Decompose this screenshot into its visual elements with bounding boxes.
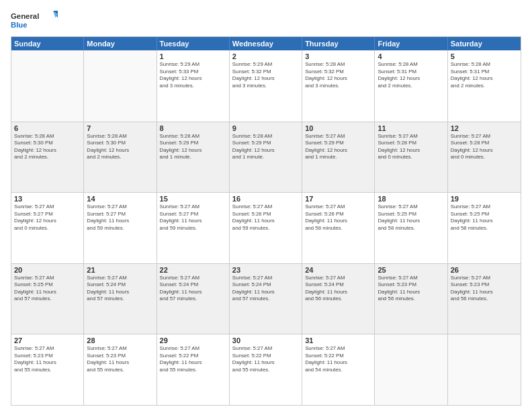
calendar-cell-3-3: 23Sunrise: 5:27 AM Sunset: 5:24 PM Dayli… xyxy=(230,264,302,334)
calendar-cell-0-0 xyxy=(11,50,84,122)
day-number: 11 xyxy=(378,124,444,132)
calendar-header: SundayMondayTuesdayWednesdayThursdayFrid… xyxy=(11,37,521,50)
calendar-body: 1Sunrise: 5:29 AM Sunset: 5:33 PM Daylig… xyxy=(11,50,521,405)
header-day-tuesday: Tuesday xyxy=(157,37,230,50)
day-number: 1 xyxy=(160,52,226,60)
calendar-cell-1-3: 9Sunrise: 5:28 AM Sunset: 5:29 PM Daylig… xyxy=(230,122,302,193)
header-day-thursday: Thursday xyxy=(302,37,375,50)
header-day-friday: Friday xyxy=(375,37,447,50)
calendar-row-0: 1Sunrise: 5:29 AM Sunset: 5:33 PM Daylig… xyxy=(11,50,521,122)
day-number: 8 xyxy=(160,124,226,132)
day-number: 13 xyxy=(14,195,81,203)
header: General Blue xyxy=(11,8,521,32)
day-info: Sunrise: 5:27 AM Sunset: 5:22 PM Dayligh… xyxy=(305,345,371,373)
day-number: 27 xyxy=(14,336,81,345)
day-number: 28 xyxy=(87,336,153,345)
day-number: 22 xyxy=(160,266,226,274)
day-info: Sunrise: 5:27 AM Sunset: 5:23 PM Dayligh… xyxy=(87,345,153,373)
calendar-cell-3-0: 20Sunrise: 5:27 AM Sunset: 5:25 PM Dayli… xyxy=(11,264,84,334)
calendar-cell-4-3: 30Sunrise: 5:27 AM Sunset: 5:22 PM Dayli… xyxy=(230,334,302,405)
day-number: 15 xyxy=(160,195,226,203)
calendar-cell-0-2: 1Sunrise: 5:29 AM Sunset: 5:33 PM Daylig… xyxy=(157,50,230,122)
day-info: Sunrise: 5:27 AM Sunset: 5:25 PM Dayligh… xyxy=(378,203,444,232)
calendar-cell-4-6 xyxy=(448,334,521,405)
day-number: 12 xyxy=(451,124,518,132)
header-day-monday: Monday xyxy=(84,37,157,50)
day-info: Sunrise: 5:27 AM Sunset: 5:24 PM Dayligh… xyxy=(160,275,226,303)
day-info: Sunrise: 5:27 AM Sunset: 5:28 PM Dayligh… xyxy=(378,133,444,161)
day-number: 14 xyxy=(87,195,153,203)
calendar-cell-0-3: 2Sunrise: 5:29 AM Sunset: 5:32 PM Daylig… xyxy=(230,50,302,122)
calendar-cell-2-0: 13Sunrise: 5:27 AM Sunset: 5:27 PM Dayli… xyxy=(11,193,84,263)
calendar-cell-2-2: 15Sunrise: 5:27 AM Sunset: 5:27 PM Dayli… xyxy=(157,193,230,263)
day-info: Sunrise: 5:27 AM Sunset: 5:24 PM Dayligh… xyxy=(232,275,299,303)
day-number: 4 xyxy=(378,52,444,60)
calendar-cell-3-5: 25Sunrise: 5:27 AM Sunset: 5:23 PM Dayli… xyxy=(375,264,447,334)
day-info: Sunrise: 5:27 AM Sunset: 5:29 PM Dayligh… xyxy=(305,133,371,161)
day-info: Sunrise: 5:28 AM Sunset: 5:31 PM Dayligh… xyxy=(378,61,444,89)
day-info: Sunrise: 5:27 AM Sunset: 5:28 PM Dayligh… xyxy=(451,133,518,161)
calendar-cell-1-4: 10Sunrise: 5:27 AM Sunset: 5:29 PM Dayli… xyxy=(302,122,375,193)
day-info: Sunrise: 5:29 AM Sunset: 5:32 PM Dayligh… xyxy=(232,61,299,89)
day-number: 31 xyxy=(305,336,371,345)
day-number: 16 xyxy=(232,195,299,203)
day-number: 10 xyxy=(305,124,371,132)
calendar-cell-4-2: 29Sunrise: 5:27 AM Sunset: 5:22 PM Dayli… xyxy=(157,334,230,405)
calendar-cell-2-3: 16Sunrise: 5:27 AM Sunset: 5:26 PM Dayli… xyxy=(230,193,302,263)
day-info: Sunrise: 5:27 AM Sunset: 5:26 PM Dayligh… xyxy=(305,203,371,232)
calendar-cell-4-1: 28Sunrise: 5:27 AM Sunset: 5:23 PM Dayli… xyxy=(84,334,157,405)
day-info: Sunrise: 5:27 AM Sunset: 5:27 PM Dayligh… xyxy=(14,203,81,232)
calendar-cell-0-1 xyxy=(84,50,157,122)
logo-svg: General Blue xyxy=(11,8,58,32)
day-info: Sunrise: 5:27 AM Sunset: 5:25 PM Dayligh… xyxy=(14,275,81,303)
calendar-row-4: 27Sunrise: 5:27 AM Sunset: 5:23 PM Dayli… xyxy=(11,334,521,405)
header-day-sunday: Sunday xyxy=(11,37,84,50)
day-info: Sunrise: 5:27 AM Sunset: 5:27 PM Dayligh… xyxy=(87,203,153,232)
day-number: 17 xyxy=(305,195,371,203)
day-number: 20 xyxy=(14,266,81,274)
day-number: 18 xyxy=(378,195,444,203)
day-number: 25 xyxy=(378,266,444,274)
logo: General Blue xyxy=(11,8,58,32)
calendar-cell-1-2: 8Sunrise: 5:28 AM Sunset: 5:29 PM Daylig… xyxy=(157,122,230,193)
day-number: 26 xyxy=(451,266,518,274)
calendar-cell-0-6: 5Sunrise: 5:28 AM Sunset: 5:31 PM Daylig… xyxy=(448,50,521,122)
day-info: Sunrise: 5:28 AM Sunset: 5:30 PM Dayligh… xyxy=(87,133,153,161)
header-day-saturday: Saturday xyxy=(448,37,521,50)
svg-text:Blue: Blue xyxy=(11,21,28,29)
day-number: 29 xyxy=(160,336,226,345)
day-number: 24 xyxy=(305,266,371,274)
svg-text:General: General xyxy=(11,12,39,20)
calendar-cell-3-1: 21Sunrise: 5:27 AM Sunset: 5:24 PM Dayli… xyxy=(84,264,157,334)
day-info: Sunrise: 5:29 AM Sunset: 5:33 PM Dayligh… xyxy=(160,61,226,89)
calendar-cell-0-5: 4Sunrise: 5:28 AM Sunset: 5:31 PM Daylig… xyxy=(375,50,447,122)
calendar-cell-1-6: 12Sunrise: 5:27 AM Sunset: 5:28 PM Dayli… xyxy=(448,122,521,193)
calendar-cell-1-5: 11Sunrise: 5:27 AM Sunset: 5:28 PM Dayli… xyxy=(375,122,447,193)
day-number: 5 xyxy=(451,52,518,60)
day-number: 2 xyxy=(232,52,299,60)
day-number: 19 xyxy=(451,195,518,203)
day-number: 6 xyxy=(14,124,81,132)
calendar-cell-0-4: 3Sunrise: 5:28 AM Sunset: 5:32 PM Daylig… xyxy=(302,50,375,122)
day-number: 21 xyxy=(87,266,153,274)
day-info: Sunrise: 5:27 AM Sunset: 5:24 PM Dayligh… xyxy=(305,275,371,303)
calendar: SundayMondayTuesdayWednesdayThursdayFrid… xyxy=(11,36,521,406)
day-info: Sunrise: 5:27 AM Sunset: 5:22 PM Dayligh… xyxy=(160,345,226,373)
calendar-row-3: 20Sunrise: 5:27 AM Sunset: 5:25 PM Dayli… xyxy=(11,263,521,334)
day-number: 3 xyxy=(305,52,371,60)
day-info: Sunrise: 5:27 AM Sunset: 5:22 PM Dayligh… xyxy=(232,345,299,373)
calendar-cell-4-5 xyxy=(375,334,447,405)
day-info: Sunrise: 5:27 AM Sunset: 5:26 PM Dayligh… xyxy=(232,203,299,232)
day-number: 30 xyxy=(232,336,299,345)
calendar-cell-2-1: 14Sunrise: 5:27 AM Sunset: 5:27 PM Dayli… xyxy=(84,193,157,263)
calendar-cell-2-4: 17Sunrise: 5:27 AM Sunset: 5:26 PM Dayli… xyxy=(302,193,375,263)
day-info: Sunrise: 5:28 AM Sunset: 5:29 PM Dayligh… xyxy=(232,133,299,161)
day-info: Sunrise: 5:27 AM Sunset: 5:23 PM Dayligh… xyxy=(14,345,81,373)
day-info: Sunrise: 5:27 AM Sunset: 5:24 PM Dayligh… xyxy=(87,275,153,303)
day-info: Sunrise: 5:27 AM Sunset: 5:27 PM Dayligh… xyxy=(160,203,226,232)
calendar-cell-3-6: 26Sunrise: 5:27 AM Sunset: 5:23 PM Dayli… xyxy=(448,264,521,334)
day-info: Sunrise: 5:27 AM Sunset: 5:23 PM Dayligh… xyxy=(451,275,518,303)
calendar-cell-4-0: 27Sunrise: 5:27 AM Sunset: 5:23 PM Dayli… xyxy=(11,334,84,405)
day-number: 23 xyxy=(232,266,299,274)
calendar-cell-2-5: 18Sunrise: 5:27 AM Sunset: 5:25 PM Dayli… xyxy=(375,193,447,263)
